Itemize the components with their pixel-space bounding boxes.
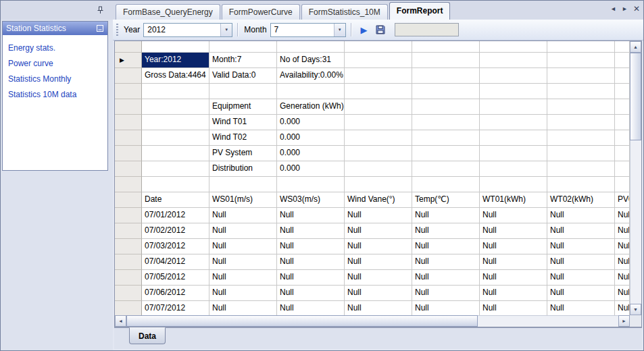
grid-cell[interactable]: Null xyxy=(277,270,345,286)
grid-cell[interactable]: Null xyxy=(345,239,412,254)
grid-cell[interactable] xyxy=(615,68,630,84)
grid-cell[interactable] xyxy=(412,177,480,192)
grid-cell[interactable]: 0.000 xyxy=(277,115,345,130)
toolbar-textbox[interactable] xyxy=(395,23,459,36)
grid-cell[interactable] xyxy=(480,84,547,99)
grid-cell[interactable] xyxy=(345,130,412,146)
grid-cell[interactable] xyxy=(412,99,480,115)
grid-cell[interactable] xyxy=(615,84,630,99)
grid-cell[interactable] xyxy=(142,146,209,161)
grid-cell[interactable]: Null xyxy=(547,286,615,301)
row-header[interactable] xyxy=(115,192,142,208)
row-header[interactable] xyxy=(115,208,142,223)
horizontal-scrollbar-thumb[interactable] xyxy=(126,315,478,327)
grid-cell[interactable]: Null xyxy=(277,254,345,270)
grid-cell[interactable]: WT01(kWh) xyxy=(480,192,547,208)
grid-cell[interactable] xyxy=(345,68,412,84)
grid-cell[interactable] xyxy=(547,84,615,99)
grid-cell[interactable] xyxy=(615,146,630,161)
grid-cell[interactable]: Null xyxy=(480,239,547,254)
grid-cell[interactable] xyxy=(412,161,480,177)
grid-cell[interactable]: Null xyxy=(412,208,480,223)
grid-cell[interactable] xyxy=(480,68,547,84)
grid-cell[interactable]: Null xyxy=(277,239,345,254)
link-energy-stats[interactable]: Energy stats. xyxy=(8,44,102,53)
grid-cell[interactable]: 0.000 xyxy=(277,146,345,161)
grid-cell[interactable]: PV System xyxy=(209,146,277,161)
grid-cell[interactable]: Null xyxy=(412,239,480,254)
tab-formpowercurve[interactable]: FormPowerCurve xyxy=(222,4,300,20)
grid-cell[interactable] xyxy=(412,146,480,161)
grid-column-header[interactable] xyxy=(412,41,480,53)
grid-cell[interactable]: Null xyxy=(209,301,277,315)
grid-cell[interactable]: Null xyxy=(547,254,615,270)
grid-cell[interactable]: Null xyxy=(615,208,630,223)
grid-cell[interactable] xyxy=(480,53,547,68)
grid-cell[interactable] xyxy=(142,84,209,99)
grid-cell[interactable]: Gross Data:4464 xyxy=(142,68,209,84)
grid-cell[interactable]: Null xyxy=(345,301,412,315)
row-header[interactable] xyxy=(115,115,142,130)
grid-cell[interactable]: Year:2012 xyxy=(142,53,209,68)
grid-cell[interactable] xyxy=(480,161,547,177)
grid-column-header[interactable] xyxy=(547,41,615,53)
link-statistics-monthly[interactable]: Statistics Monthly xyxy=(8,75,102,84)
row-header[interactable] xyxy=(115,301,142,315)
grid-cell[interactable] xyxy=(142,177,209,192)
grid-cell[interactable]: WT02(kWh) xyxy=(547,192,615,208)
grid-cell[interactable]: Null xyxy=(277,208,345,223)
grid-cell[interactable] xyxy=(277,177,345,192)
grid-cell[interactable]: Null xyxy=(277,301,345,315)
grid-cell[interactable]: Null xyxy=(345,270,412,286)
scroll-down-icon[interactable]: ▼ xyxy=(630,304,641,315)
grid-cell[interactable] xyxy=(547,161,615,177)
grid-cell[interactable]: Date xyxy=(142,192,209,208)
grid-cell[interactable]: Null xyxy=(209,239,277,254)
grid-cell[interactable] xyxy=(615,130,630,146)
save-export-button[interactable] xyxy=(372,22,389,37)
grid-cell[interactable]: 07/02/2012 xyxy=(142,223,209,239)
grid-column-header[interactable] xyxy=(345,41,412,53)
grid-cell[interactable] xyxy=(480,115,547,130)
grid-cell[interactable]: Null xyxy=(209,208,277,223)
chevron-down-icon[interactable]: ▼ xyxy=(220,24,232,36)
grid-cell[interactable]: 07/05/2012 xyxy=(142,270,209,286)
grid-cell[interactable]: Null xyxy=(412,223,480,239)
grid-cell[interactable]: Null xyxy=(615,286,630,301)
grid-cell[interactable] xyxy=(345,53,412,68)
grid-cell[interactable]: No of Days:31 xyxy=(277,53,345,68)
grid-cell[interactable]: Null xyxy=(412,270,480,286)
grid-cell[interactable]: Null xyxy=(547,239,615,254)
grid-cell[interactable] xyxy=(277,84,345,99)
horizontal-scrollbar[interactable]: ◄ ► xyxy=(115,315,630,327)
grid-cell[interactable]: 07/03/2012 xyxy=(142,239,209,254)
grid-cell[interactable] xyxy=(142,161,209,177)
grid-cell[interactable]: 0.000 xyxy=(277,161,345,177)
row-header[interactable] xyxy=(115,99,142,115)
grid-cell[interactable]: Equipment xyxy=(209,99,277,115)
grid-cell[interactable]: Null xyxy=(412,254,480,270)
row-header[interactable] xyxy=(115,239,142,254)
grid-cell[interactable]: Null xyxy=(480,223,547,239)
grid-cell[interactable]: Null xyxy=(345,286,412,301)
grid-column-header[interactable] xyxy=(480,41,547,53)
grid-cell[interactable] xyxy=(547,53,615,68)
grid-cell[interactable]: 0.000 xyxy=(277,130,345,146)
grid-cell[interactable] xyxy=(480,130,547,146)
grid-cell[interactable]: Month:7 xyxy=(209,53,277,68)
grid-cell[interactable] xyxy=(480,146,547,161)
grid-cell[interactable] xyxy=(547,99,615,115)
grid-cell[interactable]: Null xyxy=(547,208,615,223)
grid-cell[interactable]: Null xyxy=(412,301,480,315)
year-combobox[interactable]: 2012 ▼ xyxy=(143,23,232,37)
grid-cell[interactable]: Null xyxy=(547,223,615,239)
tab-data[interactable]: Data xyxy=(129,327,166,344)
grid-cell[interactable]: Valid Data:0 xyxy=(209,68,277,84)
grid-cell[interactable]: Null xyxy=(209,223,277,239)
grid-cell[interactable]: Null xyxy=(209,270,277,286)
row-header[interactable] xyxy=(115,146,142,161)
grid-corner-header[interactable] xyxy=(115,41,142,53)
grid-cell[interactable] xyxy=(615,177,630,192)
grid-cell[interactable]: 07/01/2012 xyxy=(142,208,209,223)
vertical-scrollbar[interactable]: ▲ ▼ xyxy=(630,41,641,315)
